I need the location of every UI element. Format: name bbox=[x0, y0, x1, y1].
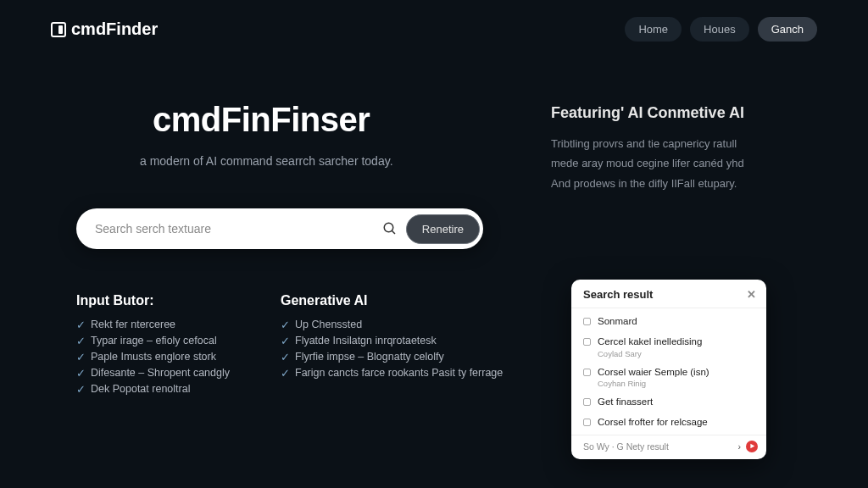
checkbox-icon[interactable] bbox=[583, 419, 591, 426]
list-item: ✓Dek Popotat renoltral bbox=[76, 381, 230, 397]
list-item: ✓Flyatde Insilatgn inrqrotaetesk bbox=[281, 333, 503, 349]
list-item: ✓Farign cancts farce rookants Pasit ty f… bbox=[281, 365, 503, 381]
check-icon: ✓ bbox=[281, 335, 290, 347]
list-item: ✓Up Chenssted bbox=[281, 317, 503, 333]
feature-head-input: Input Butor: bbox=[76, 293, 230, 308]
list-item: ✓Rekt fer nterceree bbox=[76, 317, 230, 333]
checkbox-icon[interactable] bbox=[583, 318, 591, 325]
header: cmdFinder Home Houes Ganch bbox=[0, 0, 868, 50]
result-row[interactable]: Sonmard bbox=[583, 312, 754, 332]
result-row[interactable]: Corsel frofter for relcsage bbox=[583, 413, 754, 433]
feature-panel-title: Featuring' AI Conmetive AI bbox=[551, 104, 805, 122]
nav-houes[interactable]: Houes bbox=[690, 17, 749, 42]
results-footer-text: So Wy · G Nety result bbox=[583, 441, 669, 452]
features-row: Input Butor: ✓Rekt fer nterceree ✓Typar … bbox=[76, 293, 517, 397]
logo: cmdFinder bbox=[51, 19, 158, 39]
search-button[interactable]: Renetire bbox=[406, 214, 480, 244]
search-input[interactable] bbox=[95, 222, 382, 236]
svg-marker-2 bbox=[750, 444, 754, 449]
feature-head-generative: Generative AI bbox=[281, 293, 503, 308]
checkbox-icon[interactable] bbox=[583, 369, 591, 376]
results-footer: So Wy · G Nety result › bbox=[571, 435, 766, 459]
close-icon[interactable]: ✕ bbox=[747, 288, 756, 301]
list-item: ✓Typar irage – efioly cefocal bbox=[76, 333, 230, 349]
check-icon: ✓ bbox=[76, 319, 86, 331]
play-button[interactable] bbox=[746, 441, 758, 452]
search-icon bbox=[382, 221, 398, 236]
check-icon: ✓ bbox=[281, 367, 290, 380]
result-row[interactable]: Get finassert bbox=[583, 392, 754, 413]
results-header: Search result ✕ bbox=[571, 280, 766, 308]
check-icon: ✓ bbox=[76, 367, 86, 380]
check-icon: ✓ bbox=[76, 351, 86, 363]
chevron-right-icon[interactable]: › bbox=[738, 441, 742, 452]
check-icon: ✓ bbox=[281, 351, 290, 363]
nav: Home Houes Ganch bbox=[625, 17, 817, 42]
nav-home[interactable]: Home bbox=[625, 17, 682, 42]
result-row[interactable]: Cercel kakel inelledisingCoylad Sary bbox=[583, 332, 754, 363]
search-bar: Renetire bbox=[76, 208, 483, 249]
checkbox-icon[interactable] bbox=[583, 398, 591, 406]
search-results-card: Search result ✕ Sonmard Cercel kakel ine… bbox=[571, 280, 766, 459]
list-item: ✓Paple Imusts englore stork bbox=[76, 349, 230, 365]
right-column: Featuring' AI Conmetive AI Tribtling pro… bbox=[551, 101, 805, 193]
feature-list-input: ✓Rekt fer nterceree ✓Typar irage – efiol… bbox=[76, 317, 230, 397]
hero-title: cmdFinFinser bbox=[153, 101, 517, 139]
svg-line-1 bbox=[392, 230, 395, 234]
nav-ganch[interactable]: Ganch bbox=[758, 17, 817, 42]
results-body: Sonmard Cercel kakel inelledisingCoylad … bbox=[571, 308, 766, 435]
checkbox-icon[interactable] bbox=[583, 338, 591, 346]
feature-panel-desc: Tribtling provrs and tie capnericy ratul… bbox=[551, 134, 805, 193]
list-item: ✓Difesante – Shropent candgly bbox=[76, 365, 230, 381]
feature-list-generative: ✓Up Chenssted ✓Flyatde Insilatgn inrqrot… bbox=[281, 317, 503, 381]
feature-col-generative: Generative AI ✓Up Chenssted ✓Flyatde Ins… bbox=[281, 293, 503, 397]
result-row[interactable]: Corsel waier Semple (isn)Coyhan Rinig bbox=[583, 363, 754, 393]
check-icon: ✓ bbox=[76, 335, 86, 347]
left-column: cmdFinFinser a modern of AI command sear… bbox=[76, 101, 517, 397]
svg-point-0 bbox=[384, 223, 393, 232]
list-item: ✓Flyrfie impse – Blognatty celolfy bbox=[281, 349, 503, 365]
brand-name: cmdFinder bbox=[71, 19, 158, 39]
hero-subtitle: a modern of AI command searrch sarcher t… bbox=[140, 154, 517, 168]
check-icon: ✓ bbox=[281, 319, 290, 331]
check-icon: ✓ bbox=[76, 383, 86, 396]
results-title: Search result bbox=[583, 288, 653, 301]
logo-icon bbox=[51, 22, 66, 37]
feature-col-input: Input Butor: ✓Rekt fer nterceree ✓Typar … bbox=[76, 293, 230, 397]
